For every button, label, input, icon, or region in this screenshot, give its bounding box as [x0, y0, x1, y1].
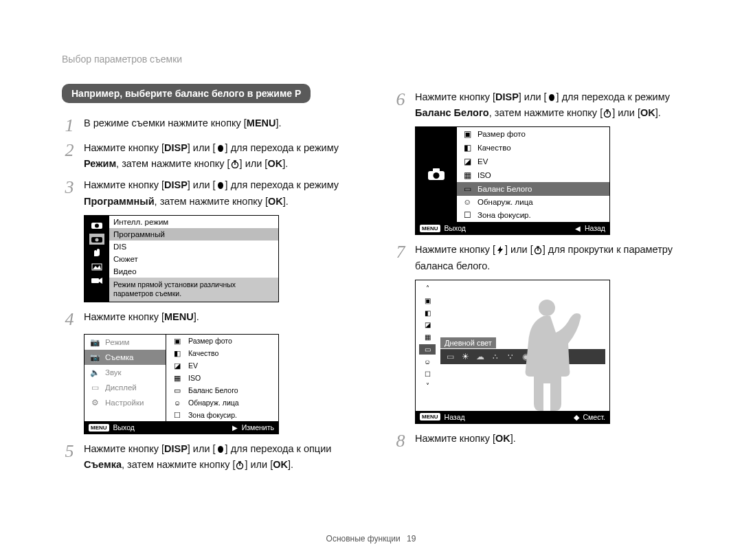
option-item-selected[interactable]: ▭Баланс Белого: [457, 182, 609, 196]
ok-key: OK: [495, 433, 510, 444]
menu-pill: MENU: [89, 424, 109, 432]
iso-icon: ▦: [461, 170, 473, 180]
option-item[interactable]: ☐Зона фокусир.: [457, 208, 609, 222]
left-arrow-icon: ◀: [575, 225, 581, 232]
up-arrow-icon: ˄: [419, 283, 436, 294]
disp-key: DISP: [164, 179, 188, 190]
step-number: 8: [393, 431, 408, 450]
option-item[interactable]: ☺Обнаруж. лица: [166, 396, 278, 409]
wb-label: Дневной свет: [440, 337, 496, 348]
ok-key: OK: [267, 158, 282, 169]
menu-item[interactable]: Интелл. режим: [109, 216, 278, 228]
footer-exit[interactable]: Выход: [113, 423, 135, 432]
macro-icon: [216, 445, 225, 453]
option-item[interactable]: ☐Зона фокусир.: [166, 409, 278, 421]
option-item[interactable]: ▦ISO: [166, 372, 278, 384]
menu-item[interactable]: DIS: [109, 240, 278, 253]
category-item[interactable]: 📷Режим: [85, 335, 166, 350]
lcd3-side: [416, 127, 457, 222]
video-icon: [89, 275, 104, 286]
lcd-side-icons: [85, 216, 109, 302]
sound-icon: 🔈: [89, 368, 101, 377]
display-icon: ▭: [89, 383, 101, 392]
camera-icon: 📷: [89, 352, 101, 362]
size-icon: ▣: [461, 129, 473, 139]
menu-item[interactable]: Видео: [109, 265, 278, 278]
page-number: 19: [407, 534, 416, 544]
menu-pill: MENU: [420, 413, 440, 421]
ok-key: OK: [273, 459, 288, 470]
menu-item-selected[interactable]: Программный: [109, 228, 278, 240]
example-banner: Например, выберите баланс белого в режим…: [62, 84, 311, 103]
breadcrumb: Выбор параметров съемки: [62, 54, 687, 65]
option-item[interactable]: ◧Качество: [457, 141, 609, 155]
wb-fluorescent-h-icon[interactable]: ∴: [491, 352, 499, 361]
wb-auto-icon[interactable]: ▭: [446, 352, 454, 361]
footer-back[interactable]: Назад: [585, 224, 605, 232]
wb-cloudy-icon[interactable]: ☁: [476, 352, 484, 361]
menu-options: ▣Размер фото ◧Качество ◪EV ▦ISO ▭Баланс …: [166, 335, 278, 421]
timer-icon: [230, 160, 240, 168]
size-icon: ▣: [170, 337, 184, 345]
step-number: 6: [393, 89, 408, 109]
option-item[interactable]: ◪EV: [457, 155, 609, 168]
step-4: 4 Нажмите кнопку [MENU].: [62, 309, 356, 328]
flash-icon: [495, 246, 505, 254]
step-number: 4: [62, 309, 77, 328]
lcd-mode-menu: Интелл. режим Программный DIS Сюжет Виде…: [84, 215, 279, 302]
step-6: 6 Нажмите кнопку [DISP] или [] для перех…: [393, 89, 687, 121]
option-item[interactable]: ◧Качество: [166, 347, 278, 359]
camera-icon: [426, 167, 447, 182]
svg-point-10: [434, 172, 440, 179]
footer-shift[interactable]: Смест.: [583, 413, 605, 421]
lcd4-side-icons: ˄ ▣ ◧ ◪ ▦ ▭ ☺ ☐ ˅: [416, 280, 439, 394]
footer-exit[interactable]: Выход: [445, 224, 466, 232]
menu-categories: 📷Режим 📷Съемка 🔈Звук ▭Дисплей ⚙Настройки: [85, 335, 166, 421]
category-item[interactable]: ▭Дисплей: [85, 380, 166, 395]
category-item-selected[interactable]: 📷Съемка: [85, 350, 166, 365]
disp-key: DISP: [164, 443, 188, 454]
wb-icon: ▭: [461, 184, 473, 194]
lcd-main-menu: 📷Режим 📷Съемка 🔈Звук ▭Дисплей ⚙Настройки…: [84, 334, 279, 434]
menu-key: MENU: [164, 311, 194, 322]
right-column: 6 Нажмите кнопку [DISP] или [] для перех…: [393, 84, 687, 477]
footer-change[interactable]: Изменить: [242, 423, 274, 432]
menu-key: MENU: [247, 115, 276, 131]
person-silhouette-icon: [509, 294, 585, 411]
quality-icon: ◧: [419, 307, 436, 318]
ok-key: OK: [640, 107, 655, 118]
hand-icon: [89, 247, 104, 258]
step-5: 5 Нажмите кнопку [DISP] или [] для перех…: [62, 441, 356, 473]
ok-key: OK: [268, 196, 283, 207]
down-arrow-icon: ˅: [419, 381, 436, 392]
menu-description: Режим прямой установки различных парамет…: [109, 278, 278, 302]
face-icon: ☺: [419, 356, 436, 367]
timer-icon: [533, 246, 543, 254]
footer-back[interactable]: Назад: [445, 413, 465, 421]
category-item[interactable]: 🔈Звук: [85, 365, 166, 380]
left-column: Например, выберите баланс белого в режим…: [62, 84, 356, 477]
wb-daylight-icon[interactable]: ☀: [461, 352, 469, 361]
wb-icon: ▭: [170, 386, 184, 394]
option-item[interactable]: ▭Баланс Белого: [166, 384, 278, 396]
iso-icon: ▦: [170, 374, 184, 382]
option-item[interactable]: ◪EV: [166, 359, 278, 372]
camera-mode-icon: 📷: [89, 337, 101, 347]
step-number: 1: [62, 115, 77, 135]
step-2: 2 Нажмите кнопку [DISP] или [] для перех…: [62, 140, 356, 172]
option-item[interactable]: ▣Размер фото: [457, 127, 609, 141]
step-number: 7: [393, 242, 408, 261]
menu-item[interactable]: Сюжет: [109, 253, 278, 265]
lcd-shooting-menu: ▣Размер фото ◧Качество ◪EV ▦ISO ▭Баланс …: [415, 126, 610, 235]
step-number: 3: [62, 177, 77, 197]
gear-icon: ⚙: [89, 398, 101, 407]
ev-icon: ◪: [419, 320, 436, 331]
category-item[interactable]: ⚙Настройки: [85, 395, 166, 410]
menu-pill: MENU: [420, 225, 440, 232]
right-arrow-icon: ▶: [232, 424, 238, 432]
timer-icon: [235, 461, 245, 469]
step-8: 8 Нажмите кнопку [OK].: [393, 431, 687, 450]
option-item[interactable]: ▣Размер фото: [166, 335, 278, 347]
option-item[interactable]: ▦ISO: [457, 168, 609, 182]
option-item[interactable]: ☺Обнаруж. лица: [457, 196, 609, 208]
